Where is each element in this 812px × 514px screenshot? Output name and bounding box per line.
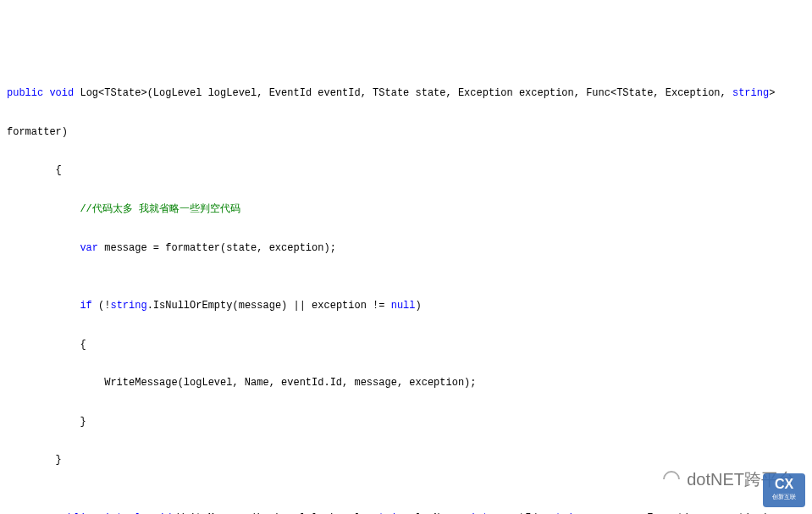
logo-big: CX	[775, 478, 793, 491]
keyword-public: public	[7, 87, 43, 99]
keyword-void: void	[49, 87, 74, 99]
keyword-var: var	[80, 242, 98, 254]
keyword-null: null	[391, 300, 416, 312]
code-line-7: if (!string.IsNullOrEmpty(message) || ex…	[7, 296, 805, 316]
code-line-13: public virtual void WriteMessage(LogLeve…	[7, 509, 805, 514]
code-line-3: {	[7, 161, 805, 180]
logo-small: 创新互联	[772, 491, 796, 502]
comment: //代码太多 我就省略一些判空代码	[80, 203, 240, 215]
keyword-if: if	[80, 300, 91, 312]
code-line-4: //代码太多 我就省略一些判空代码	[7, 200, 805, 219]
keyword-string: string	[732, 87, 769, 99]
code-line-10: }	[7, 412, 805, 432]
wechat-icon	[660, 467, 683, 491]
corner-logo: CX 创新互联	[763, 473, 805, 507]
code-line-9: WriteMessage(logLevel, Name, eventId.Id,…	[7, 373, 805, 393]
keyword-string: string	[110, 300, 146, 312]
code-line-1: public void Log<TState>(LogLevel logLeve…	[7, 84, 805, 103]
code-line-8: {	[7, 335, 805, 355]
code-line-5: var message = formatter(state, exception…	[7, 239, 805, 258]
code-line-2: formatter)	[7, 123, 805, 142]
